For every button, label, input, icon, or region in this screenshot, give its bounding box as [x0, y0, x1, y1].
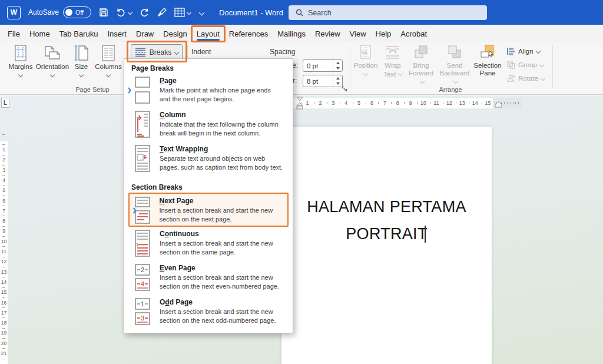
- tab-review[interactable]: Review: [310, 25, 345, 42]
- h-ruler-tick: [504, 102, 505, 104]
- right-indent-marker-icon[interactable]: [495, 101, 502, 108]
- document-title: Document1 - Word: [219, 8, 283, 17]
- tab-home[interactable]: Home: [25, 25, 55, 42]
- insert-point-icon: ❯: [127, 87, 132, 93]
- svg-text:1: 1: [141, 300, 144, 307]
- v-ruler-number: 17: [0, 310, 8, 316]
- tab-draw[interactable]: Draw: [131, 25, 158, 42]
- group-separator: [552, 45, 553, 88]
- columns-chevron-icon: [106, 72, 111, 77]
- v-ruler[interactable]: 123456789101112131415161718192021: [0, 110, 8, 364]
- document-page[interactable]: HALAMAN PERTAMA PORTRAIT: [281, 127, 492, 364]
- menu-item-next-page[interactable]: ❯ Next Page Insert a section break and s…: [128, 193, 289, 227]
- v-ruler-tick: [2, 328, 5, 329]
- tab-insert[interactable]: Insert: [102, 25, 131, 42]
- spin-up-icon[interactable]: [336, 77, 340, 80]
- wrap-text-button[interactable]: Wrap Text: [380, 45, 405, 78]
- tab-help[interactable]: Help: [371, 25, 396, 42]
- breaks-menu: Page Breaks ❯ Page Mark the point at whi…: [124, 58, 293, 333]
- document-text-line2[interactable]: PORTRAIT: [281, 225, 492, 243]
- tab-tab-baruku[interactable]: Tab Baruku: [55, 25, 103, 42]
- save-button[interactable]: [99, 8, 108, 17]
- orientation-button[interactable]: Orientation: [35, 45, 69, 77]
- v-ruler-tick: [2, 134, 5, 135]
- tab-references[interactable]: References: [224, 25, 273, 42]
- tab-selector[interactable]: L: [1, 98, 9, 108]
- size-button[interactable]: Size: [68, 45, 94, 77]
- spin-down-icon[interactable]: [336, 82, 340, 85]
- qat-overflow-button[interactable]: [198, 11, 204, 15]
- title-bar: W AutoSave Off: [0, 0, 603, 25]
- rotate-button[interactable]: Rotate: [506, 74, 545, 82]
- tab-acrobat[interactable]: Acrobat: [396, 25, 432, 42]
- margins-button[interactable]: Margins: [6, 45, 35, 77]
- insert-point-icon: ❯: [132, 207, 137, 213]
- paragraph-dialog-launcher-icon[interactable]: [342, 86, 348, 92]
- undo-button[interactable]: [116, 8, 132, 17]
- tab-layout[interactable]: Layout: [192, 25, 224, 42]
- menu-item-column[interactable]: Column Indicate that the text following …: [124, 108, 293, 142]
- indent-label: Indent: [191, 48, 211, 56]
- menu-item-even-page[interactable]: 2 4 Even Page Insert a section break and…: [124, 261, 293, 295]
- spacing-label: Spacing: [270, 48, 295, 56]
- autosave-control[interactable]: AutoSave Off: [28, 6, 91, 18]
- send-backward-button[interactable]: Send Backward: [438, 45, 471, 86]
- quick-access-toolbar: W AutoSave Off: [0, 6, 204, 19]
- table-button[interactable]: [174, 8, 191, 17]
- columns-button[interactable]: Columns: [93, 45, 124, 77]
- spacing-after-input[interactable]: 8 pt: [303, 75, 343, 87]
- tab-view[interactable]: View: [345, 25, 371, 42]
- spin-down-icon[interactable]: [336, 67, 340, 70]
- document-text-line1[interactable]: HALAMAN PERTAMA: [281, 198, 492, 216]
- v-ruler-tick: [2, 216, 5, 216]
- spacing-after-spinner[interactable]: [333, 75, 342, 87]
- send-backward-label-1: Send: [447, 62, 463, 69]
- menu-item-odd-page[interactable]: 1 3 Odd Page Insert a section break and …: [124, 295, 293, 329]
- h-ruler-tick: [353, 102, 353, 104]
- selection-pane-button[interactable]: Selection Pane: [472, 45, 503, 77]
- v-ruler-tick: [2, 297, 5, 298]
- undo-dropdown-chevron-icon[interactable]: [128, 10, 132, 15]
- v-ruler-number: 14: [0, 279, 8, 285]
- bring-forward-button[interactable]: Bring Forward: [406, 45, 436, 86]
- h-ruler[interactable]: 123456789101112131415: [293, 98, 493, 108]
- menu-item-continuous[interactable]: Continuous Insert a section break and st…: [124, 227, 293, 261]
- redo-button[interactable]: [140, 8, 149, 17]
- align-chevron-icon: [535, 49, 540, 54]
- table-dropdown-chevron-icon[interactable]: [187, 10, 191, 15]
- group-label: Group: [518, 61, 537, 68]
- breaks-button[interactable]: Breaks: [131, 44, 183, 60]
- spacing-before-value: 0 pt: [303, 62, 333, 70]
- autosave-toggle[interactable]: Off: [63, 6, 91, 18]
- format-painter-button[interactable]: [157, 8, 167, 17]
- spacing-before-spinner[interactable]: [333, 60, 342, 71]
- menu-item-page[interactable]: ❯ Page Mark the point at which one page …: [124, 74, 293, 108]
- spin-up-icon[interactable]: [336, 62, 340, 64]
- h-ruler-tick: [443, 102, 443, 104]
- tab-design[interactable]: Design: [158, 25, 191, 42]
- v-ruler-number: 2: [0, 157, 8, 163]
- h-ruler-number: 9: [407, 98, 413, 108]
- h-ruler-number: 11: [433, 98, 439, 108]
- v-ruler-number: 13: [0, 269, 8, 275]
- indent-marker-icon[interactable]: [296, 97, 304, 110]
- group-button[interactable]: Group: [506, 61, 544, 69]
- h-ruler-number: 10: [420, 98, 426, 108]
- v-ruler-number: 4: [0, 177, 8, 183]
- search-input[interactable]: Search: [289, 5, 487, 20]
- position-button[interactable]: Position: [352, 45, 379, 75]
- tab-file[interactable]: File: [3, 25, 25, 42]
- group-icon: [506, 61, 515, 69]
- menu-item-text-wrapping[interactable]: Text Wrapping Separate text around objec…: [124, 142, 293, 176]
- even-page-icon: 2 4: [134, 264, 151, 291]
- wrap-text-label-2: Text: [383, 71, 396, 78]
- send-backward-label-2: Backward: [440, 70, 470, 77]
- spacing-before-input[interactable]: 0 pt: [303, 59, 343, 72]
- breaks-label: Breaks: [150, 48, 171, 57]
- tab-mailings[interactable]: Mailings: [273, 25, 310, 42]
- h-ruler-tick: [507, 102, 508, 104]
- bring-forward-chevron-icon: [420, 79, 425, 84]
- odd-page-icon: 1 3: [134, 298, 151, 325]
- toggle-knob-icon: [65, 9, 72, 16]
- align-button[interactable]: Align: [506, 47, 540, 55]
